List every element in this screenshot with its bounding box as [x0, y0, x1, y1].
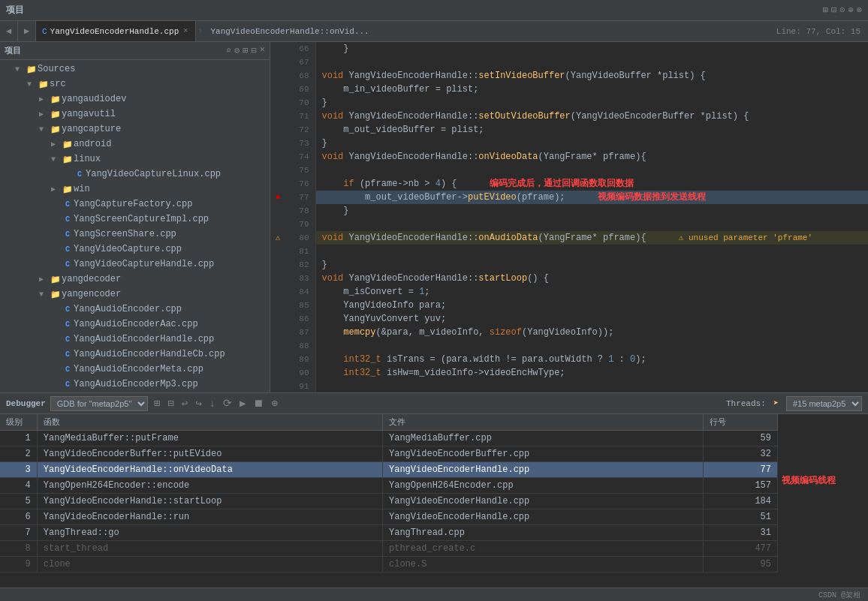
dbg-row-7[interactable]: 7 YangThread::go YangThread.cpp 31 — [0, 525, 778, 541]
sidebar-item-linux[interactable]: ▼ 📁 linux — [0, 152, 270, 167]
code-line-89[interactable]: 89 int32_t isTrans = (para.width != para… — [270, 353, 868, 366]
sidebar-item-yangaudioencodermeta[interactable]: C YangAudioEncoderMeta.cpp — [0, 362, 270, 377]
tab-close-btn[interactable]: × — [182, 26, 189, 36]
code-line-74[interactable]: 74void YangVideoEncoderHandle::onVideoDa… — [270, 150, 868, 164]
code-content-70: } — [315, 96, 868, 110]
code-line-90[interactable]: 90 int32_t isHw=m_videoInfo->videoEncHwT… — [270, 366, 868, 380]
sidebar-item-yangaudioencoderhandlecb[interactable]: C YangAudioEncoderHandleCb.cpp — [0, 347, 270, 362]
thread-select[interactable]: #15 metap2p5 — [786, 396, 862, 411]
sidebar-item-yang-video-capture-linux[interactable]: C YangVideoCaptureLinux.cpp — [0, 167, 270, 182]
sidebar-item-yangdecoder[interactable]: ▶ 📁 yangdecoder — [0, 272, 270, 287]
sidebar-item-win[interactable]: ▶ 📁 win — [0, 182, 270, 197]
sidebar-icon-2[interactable]: ⚙ — [234, 45, 240, 56]
debug-btn-9[interactable]: ⊕ — [270, 397, 279, 410]
dbg-row-6[interactable]: 6 YangVideoEncoderHandle::run YangVideoE… — [0, 509, 778, 525]
line-num-76: 76 — [285, 177, 315, 191]
code-line-91[interactable]: 91 — [270, 380, 868, 392]
sidebar-item-yangaudiodev[interactable]: ▶ 📁 yangaudiodev — [0, 92, 270, 107]
android-folder-icon: 📁 — [62, 140, 74, 149]
debug-btn-3[interactable]: ↩ — [180, 397, 189, 410]
sidebar-item-yangcapture[interactable]: ▼ 📁 yangcapture — [0, 122, 270, 137]
debug-btn-5[interactable]: ↓ — [208, 398, 217, 410]
gutter-78 — [270, 204, 285, 218]
dbg-level-7: 7 — [0, 525, 37, 541]
sidebar-item-yang-video-capture[interactable]: C YangVideoCapture.cpp — [0, 242, 270, 257]
code-line-78[interactable]: 78 } — [270, 204, 868, 218]
tab-yang-video-encoder-handle[interactable]: C YangVideoEncoderHandle.cpp × — [36, 21, 196, 42]
dbg-row-9[interactable]: 9 clone clone.S 95 — [0, 557, 778, 572]
code-line-79[interactable]: 79 — [270, 218, 868, 231]
tab-nav-forward[interactable]: ▶ — [18, 21, 36, 42]
dbg-file-7: YangThread.cpp — [383, 525, 704, 541]
gdb-select[interactable]: GDB for "metap2p5" — [50, 396, 148, 411]
code-line-85[interactable]: 85 YangVideoInfo para; — [270, 299, 868, 312]
debugger-table: 级别 函数 文件 行号 1 YangMediaBuffer::putFrame … — [0, 414, 778, 587]
toolbar-icon-2[interactable]: ⊟ — [831, 5, 836, 16]
sidebar-item-yang-screen-capture-impl[interactable]: C YangScreenCaptureImpl.cpp — [0, 212, 270, 227]
sidebar-item-yangaudioencodermp3[interactable]: C YangAudioEncoderMp3.cpp — [0, 377, 270, 392]
toolbar-icon-4[interactable]: ⊕ — [848, 5, 854, 16]
sidebar-item-yangencoder[interactable]: ▼ 📁 yangencoder — [0, 287, 270, 302]
dbg-row-2[interactable]: 2 YangVideoEncoderBuffer::putEVideo Yang… — [0, 446, 778, 462]
gutter-80: ⚠ — [270, 231, 285, 245]
code-line-75[interactable]: 75 — [270, 164, 868, 177]
sidebar-item-yang-capture-factory[interactable]: C YangCaptureFactory.cpp — [0, 197, 270, 212]
dbg-row-4[interactable]: 4 YangOpenH264Encoder::encode YangOpenH2… — [0, 478, 778, 494]
sidebar-item-android[interactable]: ▶ 📁 android — [0, 137, 270, 152]
gutter-74 — [270, 150, 285, 164]
code-view[interactable]: 66 }6768void YangVideoEncoderHandle::set… — [270, 42, 868, 392]
code-line-84[interactable]: 84 m_isConvert = 1; — [270, 285, 868, 299]
dbg-line-5: 184 — [704, 494, 778, 509]
sidebar-item-src[interactable]: ▼ 📁 src — [0, 77, 270, 92]
code-line-72[interactable]: 72 m_out_videoBuffer = plist; — [270, 123, 868, 137]
code-line-81[interactable]: 81 — [270, 245, 868, 258]
sidebar-icon-3[interactable]: ⊞ — [243, 45, 248, 56]
toolbar-icon-1[interactable]: ⊞ — [823, 5, 828, 16]
code-line-77[interactable]: ●77 m_out_videoBuffer->putEVideo(pframe)… — [270, 191, 868, 204]
code-line-71[interactable]: 71void YangVideoEncoderHandle::setOutVid… — [270, 110, 868, 123]
editor-area: 66 }6768void YangVideoEncoderHandle::set… — [270, 42, 868, 392]
debug-btn-1[interactable]: ⊞ — [152, 397, 161, 410]
sidebar-item-yangavutil[interactable]: ▶ 📁 yangavutil — [0, 107, 270, 122]
dbg-row-5[interactable]: 5 YangVideoEncoderHandle::startLoop Yang… — [0, 494, 778, 509]
code-line-69[interactable]: 69 m_in_videoBuffer = plist; — [270, 83, 868, 96]
sidebar-item-yang-screen-share[interactable]: C YangScreenShare.cpp — [0, 227, 270, 242]
debug-btn-8[interactable]: ⏹ — [252, 398, 265, 410]
code-line-66[interactable]: 66 } — [270, 42, 868, 56]
sidebar-icon-4[interactable]: ⊟ — [252, 45, 257, 56]
code-content-82: } — [315, 258, 868, 272]
toolbar-icon-5[interactable]: ⊗ — [857, 5, 862, 16]
toolbar-icon-3[interactable]: ⊙ — [839, 5, 845, 16]
code-line-70[interactable]: 70} — [270, 96, 868, 110]
sidebar-icon-1[interactable]: ⌕ — [226, 45, 231, 56]
sidebar-icons: ⌕ ⚙ ⊞ ⊟ × — [226, 45, 265, 56]
gutter-72 — [270, 123, 285, 137]
sidebar-item-sources[interactable]: ▼ 📁 Sources — [0, 62, 270, 77]
code-line-87[interactable]: 87 memcpy(&para, m_videoInfo, sizeof(Yan… — [270, 326, 868, 339]
debug-btn-6[interactable]: ⟳ — [222, 397, 234, 410]
sidebar-item-yangaudioencoderaac[interactable]: C YangAudioEncoderAac.cpp — [0, 317, 270, 332]
sidebar-item-yangaudioencoderhandle[interactable]: C YangAudioEncoderHandle.cpp — [0, 332, 270, 347]
debug-btn-7[interactable]: ▶ — [238, 397, 247, 410]
dbg-row-3[interactable]: 3 YangVideoEncoderHandle::onVideoData Ya… — [0, 462, 778, 478]
debug-btn-2[interactable]: ⊟ — [166, 397, 175, 410]
dbg-row-8[interactable]: 8 start_thread pthread_create.c 477 — [0, 541, 778, 557]
code-line-67[interactable]: 67 — [270, 56, 868, 69]
sidebar-item-yangaudioencoder[interactable]: C YangAudioEncoder.cpp — [0, 302, 270, 317]
sidebar-header: 项目 ⌕ ⚙ ⊞ ⊟ × — [0, 42, 270, 60]
code-line-83[interactable]: 83void YangVideoEncoderHandle::startLoop… — [270, 272, 868, 285]
code-line-73[interactable]: 73} — [270, 137, 868, 150]
debug-btn-4[interactable]: ↪ — [194, 397, 203, 410]
code-line-86[interactable]: 86 YangYuvConvert yuv; — [270, 312, 868, 326]
code-line-68[interactable]: 68void YangVideoEncoderHandle::setInVide… — [270, 69, 868, 83]
dbg-row-1[interactable]: 1 YangMediaBuffer::putFrame YangMediaBuf… — [0, 431, 778, 446]
sidebar-item-yang-video-capture-handle[interactable]: C YangVideoCaptureHandle.cpp — [0, 257, 270, 272]
sidebar-icon-5[interactable]: × — [260, 45, 265, 56]
line-num-68: 68 — [285, 69, 315, 83]
tab-nav-back[interactable]: ◀ — [0, 21, 18, 42]
code-line-88[interactable]: 88 — [270, 339, 868, 353]
code-line-82[interactable]: 82} — [270, 258, 868, 272]
code-content-68: void YangVideoEncoderHandle::setInVideoB… — [315, 69, 868, 83]
code-line-80[interactable]: ⚠80void YangVideoEncoderHandle::onAudioD… — [270, 231, 868, 245]
code-line-76[interactable]: 76 if (pframe->nb > 4) { 编码完成后，通过回调函数取回数… — [270, 177, 868, 191]
